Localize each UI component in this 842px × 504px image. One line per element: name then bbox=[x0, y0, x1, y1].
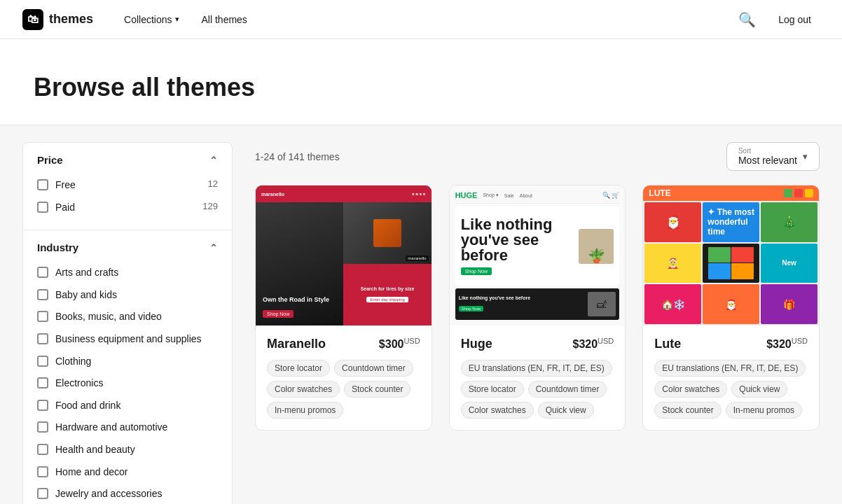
tag-huge-quickview: Quick view bbox=[538, 402, 594, 419]
filter-checkbox-books[interactable] bbox=[37, 311, 48, 322]
filter-item-paid[interactable]: Paid 129 bbox=[37, 197, 218, 219]
filter-checkbox-food[interactable] bbox=[37, 400, 48, 411]
theme-card-huge[interactable]: HUGE Shop ▾ Sale About 🔍 🛒 Like nothing … bbox=[449, 185, 626, 430]
filter-item-food[interactable]: Food and drink bbox=[37, 395, 218, 417]
tag-huge-color: Color swatches bbox=[461, 402, 534, 419]
theme-tags-lute: EU translations (EN, FR, IT, DE, ES) Col… bbox=[654, 360, 808, 419]
tag-huge-store-locator: Store locator bbox=[461, 381, 524, 398]
theme-tags-huge: EU translations (EN, FR, IT, DE, ES) Sto… bbox=[461, 360, 614, 419]
filter-checkbox-paid[interactable] bbox=[37, 202, 48, 213]
filter-checkbox-free[interactable] bbox=[37, 179, 48, 190]
filter-label-baby-kids: Baby and kids bbox=[55, 288, 117, 302]
nav-all-themes[interactable]: All themes bbox=[193, 8, 256, 31]
sort-chevron-icon: ▾ bbox=[803, 151, 808, 162]
theme-card-maranello[interactable]: maranello ■ ■ ■ ■ Own the Road in Style … bbox=[255, 185, 432, 430]
sidebar: Price Free 12 Paid 129 bbox=[22, 142, 233, 504]
logout-button[interactable]: Log out bbox=[770, 10, 820, 29]
industry-filter-section: Industry Arts and crafts Baby and kids bbox=[23, 230, 232, 504]
filter-item-jewelry[interactable]: Jewelry and accessories bbox=[37, 483, 218, 504]
filter-checkbox-jewelry[interactable] bbox=[37, 488, 48, 499]
price-filter-header[interactable]: Price bbox=[37, 154, 218, 166]
filter-label-paid: Paid bbox=[55, 201, 75, 215]
filter-item-business[interactable]: Business equipment and supplies bbox=[37, 328, 218, 351]
industry-filter-items: Arts and crafts Baby and kids Books, mus… bbox=[37, 262, 218, 504]
tag-lute-quickview: Quick view bbox=[731, 381, 787, 398]
filter-item-free[interactable]: Free 12 bbox=[37, 174, 218, 197]
filter-item-hardware[interactable]: Hardware and automotive bbox=[37, 416, 218, 439]
filter-checkbox-baby-kids[interactable] bbox=[37, 289, 48, 300]
content-area: 1-24 of 141 themes Sort Most relevant ▾ … bbox=[255, 142, 820, 430]
theme-grid: maranello ■ ■ ■ ■ Own the Road in Style … bbox=[255, 185, 820, 430]
filter-label-clothing: Clothing bbox=[55, 355, 91, 369]
filter-checkbox-hardware[interactable] bbox=[37, 421, 48, 433]
results-count: 1-24 of 141 themes bbox=[255, 151, 340, 162]
logo-text: themes bbox=[49, 12, 93, 27]
logo-icon: 🛍 bbox=[22, 9, 43, 30]
filter-checkbox-electronics[interactable] bbox=[37, 377, 48, 388]
theme-preview-huge: HUGE Shop ▾ Sale About 🔍 🛒 Like nothing … bbox=[450, 186, 626, 326]
filter-checkbox-business[interactable] bbox=[37, 333, 48, 344]
tag-color-swatches: Color swatches bbox=[267, 381, 340, 398]
filter-label-business: Business equipment and supplies bbox=[55, 332, 202, 346]
industry-filter-header[interactable]: Industry bbox=[37, 241, 218, 253]
theme-price-huge: $320USD bbox=[573, 337, 614, 351]
filter-item-health[interactable]: Health and beauty bbox=[37, 439, 218, 461]
filter-label-health: Health and beauty bbox=[55, 443, 135, 457]
filter-label-jewelry: Jewelry and accessories bbox=[55, 487, 163, 501]
logo[interactable]: 🛍 themes bbox=[22, 9, 93, 30]
theme-info-huge: Huge $320USD EU translations (EN, FR, IT… bbox=[450, 326, 626, 430]
tag-huge-eu: EU translations (EN, FR, IT, DE, ES) bbox=[461, 360, 612, 377]
search-button[interactable]: 🔍 bbox=[736, 8, 759, 31]
tag-lute-color: Color swatches bbox=[654, 381, 727, 398]
content-header: 1-24 of 141 themes Sort Most relevant ▾ bbox=[255, 142, 820, 171]
price-chevron-icon bbox=[209, 155, 218, 166]
filter-item-books[interactable]: Books, music, and video bbox=[37, 306, 218, 328]
filter-checkbox-home[interactable] bbox=[37, 466, 48, 477]
tag-stock-counter: Stock counter bbox=[344, 381, 410, 398]
filter-label-hardware: Hardware and automotive bbox=[55, 421, 167, 435]
tag-in-menu-promos: In-menu promos bbox=[267, 402, 343, 419]
main-nav: Collections ▾ All themes bbox=[116, 8, 736, 31]
theme-card-lute[interactable]: LUTE 🎅 ✦ The mostwonderfultime 🎄 bbox=[642, 185, 820, 430]
filter-label-electronics: Electronics bbox=[55, 377, 103, 391]
filter-item-electronics[interactable]: Electronics bbox=[37, 372, 218, 395]
tag-lute-stock: Stock counter bbox=[654, 402, 721, 419]
theme-tags-maranello: Store locator Countdown timer Color swat… bbox=[267, 360, 420, 419]
filter-item-arts-crafts[interactable]: Arts and crafts bbox=[37, 262, 218, 284]
theme-info-maranello: Maranello $300USD Store locator Countdow… bbox=[256, 326, 432, 430]
filter-item-home[interactable]: Home and decor bbox=[37, 461, 218, 484]
industry-chevron-icon bbox=[209, 242, 218, 253]
theme-preview-maranello: maranello ■ ■ ■ ■ Own the Road in Style … bbox=[256, 186, 432, 326]
theme-name-lute: Lute bbox=[654, 337, 681, 351]
hero-section: Browse all themes bbox=[0, 39, 842, 125]
page-title: Browse all themes bbox=[34, 73, 808, 102]
filter-label-food: Food and drink bbox=[55, 399, 120, 413]
header: 🛍 themes Collections ▾ All themes 🔍 Log … bbox=[0, 0, 842, 39]
tag-lute-eu: EU translations (EN, FR, IT, DE, ES) bbox=[654, 360, 806, 377]
filter-checkbox-clothing[interactable] bbox=[37, 356, 48, 367]
theme-price-maranello: $300USD bbox=[379, 337, 420, 351]
theme-name-maranello: Maranello bbox=[267, 337, 326, 351]
price-filter-section: Price Free 12 Paid 129 bbox=[23, 143, 232, 230]
chevron-down-icon: ▾ bbox=[175, 15, 179, 24]
filter-label-home: Home and decor bbox=[55, 465, 128, 479]
filter-checkbox-health[interactable] bbox=[37, 444, 48, 455]
header-actions: 🔍 Log out bbox=[736, 8, 820, 31]
filter-label-books: Books, music, and video bbox=[55, 310, 162, 324]
filter-item-baby-kids[interactable]: Baby and kids bbox=[37, 284, 218, 307]
filter-label-arts-crafts: Arts and crafts bbox=[55, 266, 118, 280]
filter-count-free: 12 bbox=[208, 178, 218, 189]
theme-preview-lute: LUTE 🎅 ✦ The mostwonderfultime 🎄 bbox=[643, 186, 819, 326]
filter-checkbox-arts-crafts[interactable] bbox=[37, 267, 48, 278]
tag-store-locator: Store locator bbox=[267, 360, 330, 377]
theme-info-lute: Lute $320USD EU translations (EN, FR, IT… bbox=[643, 326, 819, 430]
sort-box[interactable]: Sort Most relevant ▾ bbox=[726, 142, 820, 171]
nav-collections[interactable]: Collections ▾ bbox=[116, 8, 187, 31]
tag-countdown-timer: Countdown timer bbox=[334, 360, 413, 377]
tag-huge-countdown: Countdown timer bbox=[528, 381, 607, 398]
filter-count-paid: 129 bbox=[202, 201, 218, 211]
theme-price-lute: $320USD bbox=[766, 337, 808, 351]
filter-label-free: Free bbox=[55, 178, 76, 192]
theme-name-huge: Huge bbox=[461, 337, 492, 351]
filter-item-clothing[interactable]: Clothing bbox=[37, 351, 218, 373]
